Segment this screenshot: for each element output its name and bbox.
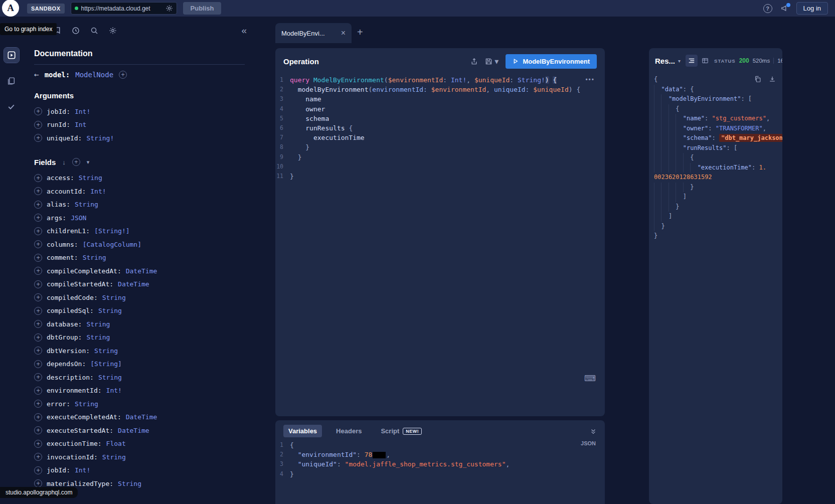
doc-field-row[interactable]: +comment:String	[34, 251, 268, 265]
add-field-icon[interactable]: +	[34, 360, 42, 368]
add-field-icon[interactable]: +	[34, 333, 42, 342]
operation-editor[interactable]: 1query ModelByEnvironment($environmentId…	[275, 74, 605, 181]
code-line: 4}	[275, 469, 605, 479]
apollo-logo[interactable]: A	[2, 0, 19, 17]
login-button[interactable]: Log in	[796, 2, 828, 15]
connection-settings-gear-icon[interactable]	[165, 5, 173, 12]
announcements-icon[interactable]	[780, 5, 788, 12]
add-field-icon[interactable]: +	[34, 280, 42, 288]
add-field-icon[interactable]: +	[34, 400, 42, 408]
search-icon[interactable]	[90, 27, 98, 35]
table-view-button[interactable]	[699, 55, 711, 67]
new-tab-button[interactable]: +	[357, 27, 363, 38]
doc-field-row[interactable]: +error:String	[34, 397, 268, 411]
schema-nav-icon[interactable]	[4, 73, 19, 88]
doc-field-row[interactable]: +access:String	[34, 172, 268, 185]
add-field-icon[interactable]: +	[34, 174, 42, 182]
add-field-icon[interactable]: +	[34, 293, 42, 301]
add-field-icon[interactable]: +	[34, 453, 42, 461]
collapse-variables-icon[interactable]	[590, 428, 597, 435]
add-field-icon[interactable]: +	[34, 320, 42, 328]
doc-field-row[interactable]: +alias:String	[34, 198, 268, 212]
doc-field-row[interactable]: +description:String	[34, 371, 268, 384]
add-field-icon[interactable]: +	[34, 107, 42, 115]
add-field-icon[interactable]: +	[34, 121, 42, 129]
share-operation-icon[interactable]	[470, 58, 478, 65]
tab-modelbyenvironment[interactable]: ModelByEnvi... ×	[275, 23, 352, 43]
add-field-icon[interactable]: +	[34, 134, 42, 142]
explorer-settings-icon[interactable]	[109, 27, 117, 35]
checklist-nav-icon[interactable]	[4, 99, 19, 114]
doc-field-row[interactable]: +dbtGroup:String	[34, 331, 268, 345]
code-line: }	[654, 202, 780, 212]
doc-field-row[interactable]: +uniqueId:String!	[34, 131, 268, 145]
doc-field-row[interactable]: +jobId:Int!	[34, 464, 268, 477]
doc-field-row[interactable]: +accountId:Int!	[34, 185, 268, 198]
doc-field-row[interactable]: +invocationId:String	[34, 450, 268, 464]
run-operation-button[interactable]: ModelByEnvironment	[506, 54, 597, 69]
doc-field-row[interactable]: +compileCompletedAt:DateTime	[34, 264, 268, 278]
doc-field-row[interactable]: +compileStartedAt:DateTime	[34, 278, 268, 291]
response-selector[interactable]: Res...	[655, 57, 675, 65]
doc-field-row[interactable]: +executeCompletedAt:DateTime	[34, 411, 268, 424]
explorer-nav-icon[interactable]	[4, 48, 19, 63]
doc-field-row[interactable]: +compiledSql:String	[34, 304, 268, 318]
back-icon[interactable]: ←	[34, 70, 39, 79]
field-type: String	[79, 174, 102, 182]
doc-field-row[interactable]: +runId:Int	[34, 118, 268, 132]
model-type-link[interactable]: ModelNode	[75, 71, 113, 79]
add-field-icon[interactable]: +	[34, 214, 42, 222]
add-field-icon[interactable]: +	[34, 440, 42, 448]
doc-field-row[interactable]: +childrenL1:[String!]	[34, 225, 268, 238]
doc-field-row[interactable]: +args:JSON	[34, 211, 268, 225]
doc-field-row[interactable]: +database:String	[34, 317, 268, 331]
field-name: materializedType:	[47, 480, 113, 487]
history-icon[interactable]	[72, 27, 80, 35]
tab-variables[interactable]: Variables	[283, 425, 322, 437]
add-field-icon[interactable]: +	[34, 254, 42, 262]
add-all-fields-icon[interactable]: +	[72, 158, 80, 166]
tab-script[interactable]: Script NEW!	[376, 425, 427, 437]
add-field-icon[interactable]: +	[34, 267, 42, 275]
response-chevron-icon[interactable]: ▾	[678, 58, 681, 64]
close-tab-icon[interactable]: ×	[341, 29, 346, 38]
add-field-icon[interactable]: +	[34, 479, 42, 487]
add-type-icon[interactable]: +	[119, 71, 127, 79]
doc-field-row[interactable]: +executeStartedAt:DateTime	[34, 424, 268, 437]
doc-field-row[interactable]: +environmentId:Int!	[34, 384, 268, 398]
formatted-view-button[interactable]	[686, 55, 698, 67]
add-field-icon[interactable]: +	[34, 201, 42, 209]
add-field-icon[interactable]: +	[34, 387, 42, 395]
add-field-icon[interactable]: +	[34, 240, 42, 248]
sort-fields-icon[interactable]: ↓	[62, 158, 66, 166]
add-field-icon[interactable]: +	[34, 347, 42, 355]
help-icon[interactable]: ?	[763, 4, 772, 13]
variables-editor[interactable]: 1{2"environmentId": 78,3"uniqueId": "mod…	[275, 439, 605, 479]
add-field-icon[interactable]: +	[34, 426, 42, 434]
doc-field-row[interactable]: +executionTime:Float	[34, 437, 268, 451]
save-caret-icon[interactable]: ▾	[494, 57, 498, 66]
keyboard-shortcuts-icon[interactable]: ⌨	[584, 374, 596, 383]
add-field-icon[interactable]: +	[34, 413, 42, 421]
code-line: 0023620128631592	[654, 173, 780, 183]
chevron-down-icon[interactable]: ▾	[87, 159, 90, 165]
doc-field-row[interactable]: +columns:[CatalogColumn]	[34, 238, 268, 251]
add-field-icon[interactable]: +	[34, 373, 42, 381]
field-name: args:	[47, 214, 66, 222]
add-field-icon[interactable]: +	[34, 187, 42, 195]
add-field-icon[interactable]: +	[34, 307, 42, 315]
doc-field-row[interactable]: +dependsOn:[String]	[34, 358, 268, 371]
collapse-docs-icon[interactable]: «	[241, 27, 247, 34]
add-field-icon[interactable]: +	[34, 466, 42, 474]
operation-options-icon[interactable]: •••	[585, 76, 595, 83]
save-operation-button[interactable]: ▾	[485, 57, 498, 66]
copy-response-icon[interactable]	[754, 76, 761, 83]
endpoint-input[interactable]: https://metadata.cloud.get	[71, 2, 177, 15]
doc-field-row[interactable]: +compiledCode:String	[34, 291, 268, 304]
publish-button[interactable]: Publish	[183, 2, 222, 15]
download-response-icon[interactable]	[769, 76, 776, 83]
add-field-icon[interactable]: +	[34, 227, 42, 235]
doc-field-row[interactable]: +jobId:Int!	[34, 105, 268, 118]
doc-field-row[interactable]: +dbtVersion:String	[34, 344, 268, 358]
tab-headers[interactable]: Headers	[331, 425, 367, 437]
